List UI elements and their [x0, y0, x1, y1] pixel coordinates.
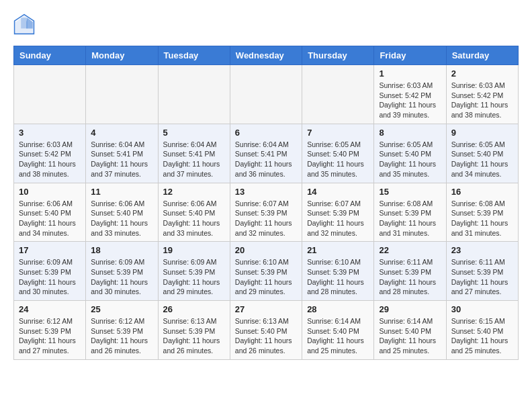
day-info: Sunrise: 6:08 AM Sunset: 5:39 PM Dayligh… — [379, 199, 441, 238]
day-info: Sunrise: 6:07 AM Sunset: 5:39 PM Dayligh… — [235, 199, 297, 238]
day-info: Sunrise: 6:09 AM Sunset: 5:39 PM Dayligh… — [163, 257, 225, 297]
calendar-week-row: 1Sunrise: 6:03 AM Sunset: 5:42 PM Daylig… — [14, 65, 519, 124]
day-info: Sunrise: 6:08 AM Sunset: 5:39 PM Dayligh… — [451, 199, 513, 238]
day-info: Sunrise: 6:09 AM Sunset: 5:39 PM Dayligh… — [19, 257, 81, 297]
day-number: 14 — [307, 187, 369, 197]
calendar-cell — [86, 65, 158, 124]
day-number: 13 — [235, 187, 297, 197]
day-number: 4 — [91, 128, 152, 138]
day-number: 28 — [307, 304, 369, 314]
calendar-table: SundayMondayTuesdayWednesdayThursdayFrid… — [13, 46, 519, 360]
calendar-cell: 11Sunrise: 6:06 AM Sunset: 5:40 PM Dayli… — [86, 183, 158, 242]
calendar-cell: 22Sunrise: 6:11 AM Sunset: 5:39 PM Dayli… — [374, 242, 446, 301]
column-header-tuesday: Tuesday — [158, 46, 230, 65]
day-number: 2 — [451, 68, 513, 79]
calendar-cell: 9Sunrise: 6:05 AM Sunset: 5:40 PM Daylig… — [446, 124, 518, 183]
day-number: 15 — [379, 187, 441, 197]
day-info: Sunrise: 6:11 AM Sunset: 5:39 PM Dayligh… — [379, 257, 441, 297]
day-number: 26 — [163, 304, 225, 314]
calendar-cell: 2Sunrise: 6:03 AM Sunset: 5:42 PM Daylig… — [446, 65, 518, 124]
day-number: 18 — [91, 245, 152, 255]
day-number: 29 — [379, 304, 441, 314]
calendar-cell: 6Sunrise: 6:04 AM Sunset: 5:41 PM Daylig… — [230, 124, 302, 183]
calendar-cell: 10Sunrise: 6:06 AM Sunset: 5:40 PM Dayli… — [14, 183, 86, 242]
calendar-cell: 15Sunrise: 6:08 AM Sunset: 5:39 PM Dayli… — [374, 183, 446, 242]
calendar-week-row: 17Sunrise: 6:09 AM Sunset: 5:39 PM Dayli… — [14, 242, 519, 301]
calendar-cell: 24Sunrise: 6:12 AM Sunset: 5:39 PM Dayli… — [14, 301, 86, 360]
calendar-cell: 20Sunrise: 6:10 AM Sunset: 5:39 PM Dayli… — [230, 242, 302, 301]
day-info: Sunrise: 6:06 AM Sunset: 5:40 PM Dayligh… — [19, 199, 81, 238]
day-info: Sunrise: 6:12 AM Sunset: 5:39 PM Dayligh… — [19, 316, 81, 356]
day-info: Sunrise: 6:03 AM Sunset: 5:42 PM Dayligh… — [451, 81, 513, 120]
calendar-cell: 23Sunrise: 6:11 AM Sunset: 5:39 PM Dayli… — [446, 242, 518, 301]
calendar-cell — [158, 65, 230, 124]
calendar-cell: 1Sunrise: 6:03 AM Sunset: 5:42 PM Daylig… — [374, 65, 446, 124]
day-number: 1 — [379, 68, 441, 79]
day-number: 30 — [451, 304, 513, 314]
calendar-cell: 5Sunrise: 6:04 AM Sunset: 5:41 PM Daylig… — [158, 124, 230, 183]
day-number: 6 — [235, 128, 297, 138]
day-info: Sunrise: 6:14 AM Sunset: 5:40 PM Dayligh… — [379, 316, 441, 356]
calendar-week-row: 3Sunrise: 6:03 AM Sunset: 5:42 PM Daylig… — [14, 124, 519, 183]
calendar-cell: 12Sunrise: 6:06 AM Sunset: 5:40 PM Dayli… — [158, 183, 230, 242]
day-number: 20 — [235, 245, 297, 255]
column-header-sunday: Sunday — [14, 46, 86, 65]
calendar-cell: 30Sunrise: 6:15 AM Sunset: 5:40 PM Dayli… — [446, 301, 518, 360]
calendar-cell: 3Sunrise: 6:03 AM Sunset: 5:42 PM Daylig… — [14, 124, 86, 183]
day-number: 12 — [163, 187, 225, 197]
day-info: Sunrise: 6:04 AM Sunset: 5:41 PM Dayligh… — [91, 140, 152, 179]
day-info: Sunrise: 6:05 AM Sunset: 5:40 PM Dayligh… — [379, 140, 441, 179]
day-info: Sunrise: 6:06 AM Sunset: 5:40 PM Dayligh… — [91, 199, 152, 238]
day-info: Sunrise: 6:15 AM Sunset: 5:40 PM Dayligh… — [451, 316, 513, 356]
calendar-cell: 13Sunrise: 6:07 AM Sunset: 5:39 PM Dayli… — [230, 183, 302, 242]
day-number: 8 — [379, 128, 441, 138]
calendar-cell — [302, 65, 374, 124]
day-info: Sunrise: 6:05 AM Sunset: 5:40 PM Dayligh… — [307, 140, 369, 179]
calendar-cell — [230, 65, 302, 124]
calendar-cell: 25Sunrise: 6:12 AM Sunset: 5:39 PM Dayli… — [86, 301, 158, 360]
day-number: 16 — [451, 187, 513, 197]
calendar-cell: 16Sunrise: 6:08 AM Sunset: 5:39 PM Dayli… — [446, 183, 518, 242]
day-number: 7 — [307, 128, 369, 138]
day-info: Sunrise: 6:03 AM Sunset: 5:42 PM Dayligh… — [379, 81, 441, 120]
day-number: 10 — [19, 187, 81, 197]
calendar-week-row: 10Sunrise: 6:06 AM Sunset: 5:40 PM Dayli… — [14, 183, 519, 242]
calendar-cell: 29Sunrise: 6:14 AM Sunset: 5:40 PM Dayli… — [374, 301, 446, 360]
calendar-cell: 8Sunrise: 6:05 AM Sunset: 5:40 PM Daylig… — [374, 124, 446, 183]
calendar-cell: 26Sunrise: 6:13 AM Sunset: 5:39 PM Dayli… — [158, 301, 230, 360]
calendar-cell: 18Sunrise: 6:09 AM Sunset: 5:39 PM Dayli… — [86, 242, 158, 301]
day-info: Sunrise: 6:14 AM Sunset: 5:40 PM Dayligh… — [307, 316, 369, 356]
calendar-cell: 7Sunrise: 6:05 AM Sunset: 5:40 PM Daylig… — [302, 124, 374, 183]
day-info: Sunrise: 6:10 AM Sunset: 5:39 PM Dayligh… — [307, 257, 369, 297]
day-info: Sunrise: 6:13 AM Sunset: 5:40 PM Dayligh… — [235, 316, 297, 356]
day-number: 25 — [91, 304, 152, 314]
day-number: 19 — [163, 245, 225, 255]
column-header-saturday: Saturday — [446, 46, 518, 65]
calendar-cell: 4Sunrise: 6:04 AM Sunset: 5:41 PM Daylig… — [86, 124, 158, 183]
day-info: Sunrise: 6:12 AM Sunset: 5:39 PM Dayligh… — [91, 316, 152, 356]
day-number: 22 — [379, 245, 441, 255]
day-number: 21 — [307, 245, 369, 255]
column-header-monday: Monday — [86, 46, 158, 65]
day-info: Sunrise: 6:10 AM Sunset: 5:39 PM Dayligh… — [235, 257, 297, 297]
svg-marker-3 — [21, 17, 28, 28]
day-number: 27 — [235, 304, 297, 314]
day-number: 5 — [163, 128, 225, 138]
calendar-week-row: 24Sunrise: 6:12 AM Sunset: 5:39 PM Dayli… — [14, 301, 519, 360]
column-header-friday: Friday — [374, 46, 446, 65]
column-header-wednesday: Wednesday — [230, 46, 302, 65]
calendar-cell: 28Sunrise: 6:14 AM Sunset: 5:40 PM Dayli… — [302, 301, 374, 360]
column-header-thursday: Thursday — [302, 46, 374, 65]
day-info: Sunrise: 6:05 AM Sunset: 5:40 PM Dayligh… — [451, 140, 513, 179]
logo-icon — [13, 13, 35, 35]
day-number: 17 — [19, 245, 81, 255]
day-info: Sunrise: 6:03 AM Sunset: 5:42 PM Dayligh… — [19, 140, 81, 179]
day-number: 23 — [451, 245, 513, 255]
day-number: 9 — [451, 128, 513, 138]
calendar-cell: 19Sunrise: 6:09 AM Sunset: 5:39 PM Dayli… — [158, 242, 230, 301]
day-number: 11 — [91, 187, 152, 197]
day-info: Sunrise: 6:13 AM Sunset: 5:39 PM Dayligh… — [163, 316, 225, 356]
day-info: Sunrise: 6:07 AM Sunset: 5:39 PM Dayligh… — [307, 199, 369, 238]
calendar-header-row: SundayMondayTuesdayWednesdayThursdayFrid… — [14, 46, 519, 65]
day-number: 3 — [19, 128, 81, 138]
